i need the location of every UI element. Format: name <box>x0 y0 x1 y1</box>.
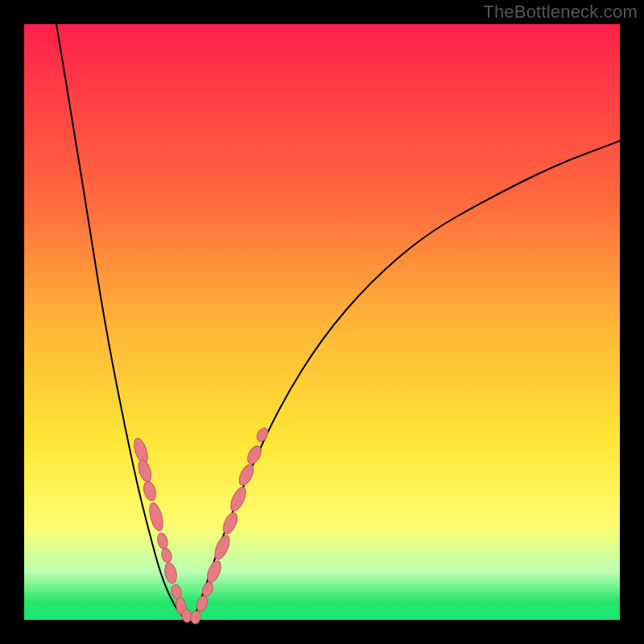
curve-svg <box>24 24 620 620</box>
data-bead <box>254 426 270 444</box>
data-bead <box>163 562 178 584</box>
data-bead <box>181 609 192 623</box>
chart-frame: TheBottleneck.com <box>0 0 644 644</box>
data-bead <box>190 610 201 625</box>
watermark-text: TheBottleneck.com <box>483 2 638 23</box>
beads-group <box>131 426 270 625</box>
data-bead <box>212 534 232 562</box>
data-bead <box>147 502 166 532</box>
data-bead <box>142 481 158 502</box>
data-bead <box>221 510 240 535</box>
data-bead <box>160 547 173 564</box>
right-curve <box>193 141 620 620</box>
plot-area <box>24 24 620 620</box>
left-curve <box>56 24 185 620</box>
data-bead <box>228 485 249 514</box>
data-bead <box>156 532 169 550</box>
data-bead <box>136 459 154 484</box>
data-bead <box>237 462 257 487</box>
